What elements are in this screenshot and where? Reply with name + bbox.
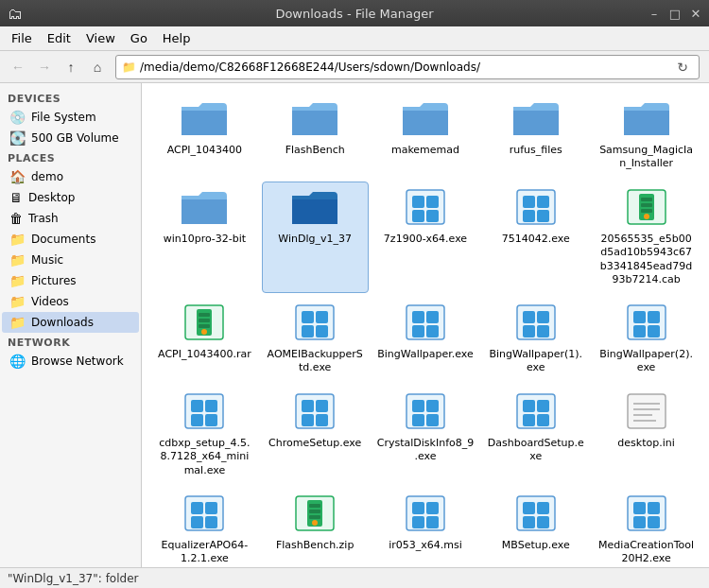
sidebar-item-trash[interactable]: 🗑 Trash [2, 208, 139, 229]
sidebar: DEVICES 💿 File System 💽 500 GB Volume PL… [0, 83, 142, 567]
file-item[interactable]: EqualizerAPO64-1.2.1.exe [151, 488, 258, 567]
sidebar-item-videos[interactable]: 📁 Videos [2, 291, 139, 312]
file-item[interactable]: MediaCreationTool20H2.exe [593, 488, 700, 567]
file-item[interactable]: makememad [372, 93, 479, 178]
menu-go[interactable]: Go [123, 29, 155, 47]
file-name: desktop.ini [617, 437, 674, 450]
svg-rect-78 [302, 414, 314, 426]
file-item[interactable]: AOMEIBackupperStd.exe [262, 297, 369, 382]
svg-rect-22 [182, 199, 227, 224]
file-item[interactable]: cdbxp_setup_4.5.8.7128_x64_minimal.exe [151, 386, 258, 484]
forward-button[interactable]: → [32, 55, 57, 79]
svg-rect-90 [628, 394, 666, 428]
file-name: ir053_x64.msi [389, 539, 462, 552]
file-item[interactable]: DashboardSetup.exe [482, 386, 589, 484]
svg-rect-6 [292, 111, 337, 135]
toolbar: ← → ↑ ⌂ 📁 /media/demo/C82668F12668E244/U… [0, 51, 709, 83]
downloads-label: Downloads [31, 316, 94, 329]
file-item[interactable]: MBSetup.exe [482, 488, 589, 567]
menubar: File Edit View Go Help [0, 26, 709, 51]
menu-edit[interactable]: Edit [40, 29, 78, 47]
sidebar-item-volume[interactable]: 💽 500 GB Volume [2, 128, 139, 148]
sidebar-item-downloads[interactable]: 📁 Downloads [2, 312, 139, 333]
file-item[interactable]: 7z1900-x64.exe [372, 182, 479, 293]
menu-view[interactable]: View [78, 29, 123, 47]
home-button[interactable]: ⌂ [85, 55, 110, 79]
file-item[interactable]: ACPI_1043400 [151, 93, 258, 178]
file-name: CrystalDiskInfo8_9.exe [377, 437, 475, 464]
svg-rect-46 [199, 313, 210, 317]
svg-rect-51 [302, 311, 314, 323]
menu-file[interactable]: File [4, 29, 40, 47]
svg-rect-35 [537, 196, 549, 208]
back-button[interactable]: ← [6, 55, 30, 79]
sidebar-item-documents[interactable]: 📁 Documents [2, 229, 139, 250]
file-icon [405, 392, 446, 433]
svg-rect-32 [426, 210, 439, 222]
file-icon [626, 303, 667, 344]
file-item[interactable]: ACPI_1043400.rar [151, 297, 258, 382]
sidebar-item-browse-network[interactable]: 🌐 Browse Network [2, 351, 139, 372]
file-name: BingWallpaper(2).exe [597, 348, 695, 375]
file-name: rufus_files [510, 144, 562, 157]
svg-rect-18 [624, 111, 669, 135]
statusbar: "WinDlg_v1_37": folder [0, 567, 709, 588]
svg-rect-37 [537, 210, 549, 222]
file-icon [515, 392, 557, 433]
address-text: /media/demo/C82668F12668E244/Users/sdown… [140, 61, 672, 74]
svg-rect-53 [302, 325, 314, 337]
titlebar-minimize-btn[interactable]: – [645, 4, 664, 23]
titlebar-maximize-btn[interactable]: □ [666, 4, 684, 23]
file-item[interactable]: WinDlg_v1_37 [262, 182, 369, 293]
sidebar-item-demo[interactable]: 🏠 demo [2, 166, 139, 187]
file-name: 7z1900-x64.exe [384, 233, 467, 246]
file-icon [515, 303, 557, 344]
up-button[interactable]: ↑ [59, 55, 83, 79]
file-item[interactable]: ir053_x64.msi [372, 488, 479, 567]
file-name: FlashBench.zip [276, 539, 354, 552]
file-name: cdbxp_setup_4.5.8.7128_x64_minimal.exe [156, 437, 253, 477]
svg-rect-23 [182, 196, 227, 199]
svg-rect-112 [523, 502, 535, 514]
file-item[interactable]: ChromeSetup.exe [262, 386, 369, 484]
file-item[interactable]: desktop.ini [593, 386, 700, 484]
file-item[interactable]: BingWallpaper(2).exe [593, 297, 700, 382]
file-item[interactable]: CrystalDiskInfo8_9.exe [372, 386, 479, 484]
svg-rect-56 [412, 311, 424, 323]
filesystem-label: File System [31, 111, 96, 124]
file-item[interactable]: FlashBench.zip [262, 488, 369, 567]
address-bar[interactable]: 📁 /media/demo/C82668F12668E244/Users/sdo… [115, 55, 700, 79]
file-item[interactable]: rufus_files [482, 93, 589, 178]
file-icon [183, 392, 225, 433]
file-name: 20565535_e5b00d5ad10b5943c67b3341845ead7… [597, 233, 695, 286]
file-icon [292, 188, 337, 229]
file-icon [626, 392, 667, 433]
file-item[interactable]: Samsung_MagicIan_Installer [593, 93, 700, 178]
sidebar-item-pictures[interactable]: 📁 Pictures [2, 270, 139, 291]
sidebar-item-music[interactable]: 📁 Music [2, 250, 139, 270]
svg-rect-73 [191, 414, 203, 426]
file-item[interactable]: BingWallpaper(1).exe [482, 297, 589, 382]
svg-rect-69 [648, 325, 660, 337]
svg-rect-117 [633, 502, 646, 514]
file-item[interactable]: 20565535_e5b00d5ad10b5943c67b3341845ead7… [593, 182, 700, 293]
menu-help[interactable]: Help [155, 29, 199, 47]
sidebar-item-filesystem[interactable]: 💿 File System [2, 107, 139, 128]
svg-rect-27 [292, 196, 337, 199]
file-item[interactable]: win10pro-32-bit [151, 182, 258, 293]
file-item[interactable]: BingWallpaper.exe [372, 297, 479, 382]
file-name: makememad [391, 144, 459, 157]
file-item[interactable]: 7514042.exe [482, 182, 589, 293]
sidebar-item-desktop[interactable]: 🖥 Desktop [2, 187, 139, 208]
titlebar-close-btn[interactable]: ✕ [686, 4, 705, 23]
svg-rect-2 [182, 111, 227, 135]
address-icon: 📁 [122, 61, 136, 74]
svg-rect-98 [191, 516, 203, 528]
svg-point-49 [201, 329, 207, 335]
browse-network-label: Browse Network [31, 355, 124, 368]
svg-rect-89 [537, 414, 549, 426]
file-item[interactable]: FlashBench [262, 93, 369, 178]
file-icon [183, 303, 225, 344]
svg-rect-54 [316, 325, 328, 337]
refresh-button[interactable]: ↻ [672, 57, 693, 78]
